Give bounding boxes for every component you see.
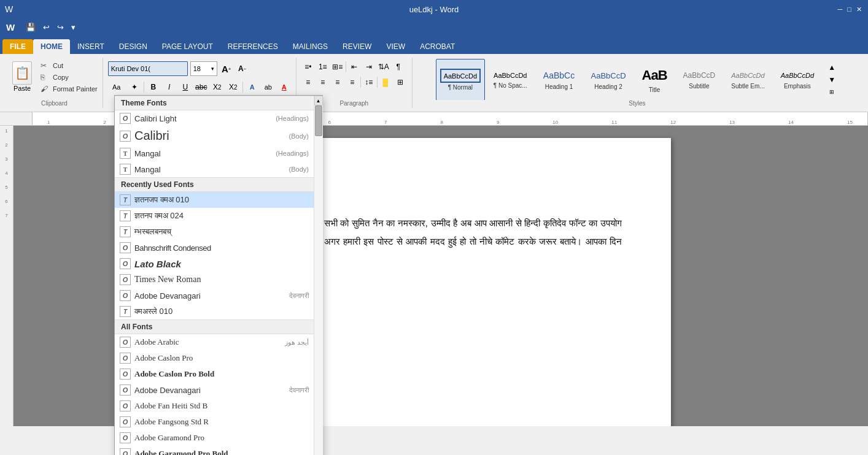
multilevel-button[interactable]: ⊞≡ bbox=[331, 60, 344, 74]
clear-format-button[interactable]: ✦ bbox=[128, 80, 141, 94]
font-adobe-devanagari-all[interactable]: O Adobe Devanagari देवनागरी bbox=[115, 382, 314, 398]
tab-view[interactable]: VIEW bbox=[379, 39, 413, 54]
style-heading1[interactable]: AaBbCc Heading 1 bbox=[535, 59, 582, 101]
italic-button[interactable]: I bbox=[163, 80, 176, 94]
window-controls[interactable]: ─ □ ✕ bbox=[838, 6, 862, 13]
font-type-icon: O bbox=[120, 113, 131, 124]
font-calibri-light[interactable]: O Calibri Light (Headings) bbox=[115, 110, 314, 126]
recently-used-header: Recently Used Fonts bbox=[115, 177, 314, 192]
align-left-button[interactable]: ≡ bbox=[301, 75, 315, 89]
text-effect-button[interactable]: A bbox=[246, 80, 259, 94]
maximize-button[interactable]: □ bbox=[847, 6, 851, 13]
font-type-icon: T bbox=[120, 148, 131, 159]
font-calibri[interactable]: O Calibri (Body) bbox=[115, 126, 314, 145]
redo-quickbtn[interactable]: ↪ bbox=[55, 21, 66, 33]
scroll-up-button[interactable]: ▲ bbox=[314, 96, 323, 105]
title-bar-left: W bbox=[5, 4, 13, 14]
scroll-track[interactable] bbox=[314, 105, 323, 426]
font-kruti-010-2[interactable]: T क्मअस्ले 010 bbox=[115, 304, 314, 319]
tab-page-layout[interactable]: PAGE LAYOUT bbox=[155, 39, 220, 54]
change-case-button[interactable]: Aa bbox=[108, 80, 125, 94]
sort-button[interactable]: ⇅A bbox=[377, 60, 390, 74]
styles-scroll-down[interactable]: ▼ bbox=[825, 74, 839, 85]
font-kruti-010[interactable]: T ज्ञतनजप क्मअ 010 bbox=[115, 192, 314, 208]
font-tag: أيجد هوز bbox=[280, 338, 309, 346]
bold-button[interactable]: B bbox=[147, 80, 160, 94]
font-adobe-fangsong[interactable]: O Adobe Fangsong Std R bbox=[115, 414, 314, 426]
font-adobe-caslon-bold[interactable]: O Adobe Caslon Pro Bold bbox=[115, 366, 314, 382]
font-shrink-button[interactable]: A − bbox=[236, 62, 249, 75]
save-quickbtn[interactable]: 💾 bbox=[23, 21, 38, 33]
styles-more[interactable]: ⊞ bbox=[825, 86, 839, 98]
superscript-button[interactable]: X2 bbox=[227, 80, 240, 94]
para-row2: ≡ ≡ ≡ ≡ ↕≡ ▓ ⊞ bbox=[301, 75, 407, 89]
underline-button[interactable]: U bbox=[179, 80, 192, 94]
style-emphasis[interactable]: AaBbCcDd Emphasis bbox=[773, 59, 821, 101]
styles-scroll-up[interactable]: ▲ bbox=[825, 62, 839, 73]
style-normal[interactable]: AaBbCcDd ¶ Normal bbox=[436, 59, 485, 101]
font-hindi-3[interactable]: T म्भस्बलबनबच् bbox=[115, 224, 314, 240]
font-type-icon: O bbox=[120, 369, 131, 380]
dropdown-scrollbar[interactable]: ▲ bbox=[314, 96, 322, 426]
show-marks-button[interactable]: ¶ bbox=[392, 60, 405, 74]
tab-insert[interactable]: INSERT bbox=[70, 39, 112, 54]
style-heading2[interactable]: AaBbCcD Heading 2 bbox=[583, 59, 633, 101]
cut-button[interactable]: ✂ Cut bbox=[38, 60, 100, 71]
font-adobe-caslon[interactable]: O Adobe Caslon Pro bbox=[115, 350, 314, 366]
font-adobe-fan-heiti[interactable]: O Adobe Fan Heiti Std B bbox=[115, 398, 314, 414]
border-button[interactable]: ⊞ bbox=[393, 75, 407, 89]
font-kruti-024[interactable]: T ज्ञतनप क्मअ 024 bbox=[115, 208, 314, 224]
no-space-label: ¶ No Spac... bbox=[494, 82, 527, 89]
tab-references[interactable]: REFERENCES bbox=[220, 39, 285, 54]
highlight-button[interactable]: ab bbox=[262, 80, 275, 94]
paste-button[interactable]: 📋 Paste bbox=[9, 60, 36, 98]
numbering-button[interactable]: 1≡ bbox=[316, 60, 330, 74]
font-dropdown-inner: Theme Fonts O Calibri Light (Headings) O… bbox=[115, 96, 314, 426]
change-case-icon: Aa bbox=[112, 83, 120, 91]
scroll-thumb[interactable] bbox=[315, 105, 322, 136]
copy-button[interactable]: ⎘ Copy bbox=[38, 72, 100, 83]
font-grow-button[interactable]: A + bbox=[220, 62, 233, 75]
subscript-button[interactable]: X2 bbox=[211, 80, 224, 94]
justify-button[interactable]: ≡ bbox=[346, 75, 359, 89]
close-button[interactable]: ✕ bbox=[856, 6, 862, 13]
align-right-button[interactable]: ≡ bbox=[331, 75, 344, 89]
font-dropdown[interactable]: Theme Fonts O Calibri Light (Headings) O… bbox=[114, 95, 323, 426]
tab-home[interactable]: HOME bbox=[33, 39, 70, 54]
font-adobe-arabic[interactable]: O Adobe Arabic أيجد هوز bbox=[115, 334, 314, 350]
minimize-button[interactable]: ─ bbox=[838, 6, 843, 13]
style-no-spacing[interactable]: AaBbCcDd ¶ No Spac... bbox=[486, 59, 534, 101]
undo-quickbtn[interactable]: ↩ bbox=[41, 21, 52, 33]
style-title[interactable]: AaB Title bbox=[635, 59, 675, 101]
quick-access-toolbar: W 💾 ↩ ↪ ▾ bbox=[0, 18, 868, 36]
font-name-select[interactable]: Kruti Dev 01( bbox=[108, 61, 188, 76]
font-name-text: Mangal bbox=[134, 149, 271, 158]
increase-indent-button[interactable]: ⇥ bbox=[362, 60, 376, 74]
word-icon: W bbox=[5, 4, 13, 14]
font-color-button[interactable]: A bbox=[277, 80, 291, 94]
tab-acrobat[interactable]: ACROBAT bbox=[413, 39, 462, 54]
strikethrough-button[interactable]: abc bbox=[195, 80, 208, 94]
font-mangal-body[interactable]: T Mangal (Body) bbox=[115, 161, 314, 177]
tab-file[interactable]: FILE bbox=[2, 39, 33, 54]
font-bahnschrift[interactable]: O Bahnschrift Condensed bbox=[115, 240, 314, 256]
decrease-indent-button[interactable]: ⇤ bbox=[347, 60, 361, 74]
bullets-button[interactable]: ≡• bbox=[301, 60, 315, 74]
vertical-ruler: 1 2 3 4 5 6 7 bbox=[0, 126, 14, 426]
customize-quickbtn[interactable]: ▾ bbox=[69, 21, 78, 33]
font-size-select[interactable]: 18 ▾ bbox=[190, 61, 217, 76]
tab-design[interactable]: DESIGN bbox=[112, 39, 155, 54]
format-painter-button[interactable]: 🖌 Format Painter bbox=[38, 83, 100, 94]
font-name-text: Lato Black bbox=[134, 259, 309, 269]
font-mangal-headings[interactable]: T Mangal (Headings) bbox=[115, 145, 314, 161]
font-adobe-devanagari-recent[interactable]: O Adobe Devanagari देवनागरी bbox=[115, 288, 314, 304]
font-lato-black[interactable]: O Lato Black bbox=[115, 256, 314, 272]
font-times-new-roman[interactable]: O Times New Roman bbox=[115, 272, 314, 288]
style-subtitle[interactable]: AaBbCcD Subtitle bbox=[676, 59, 723, 101]
line-spacing-button[interactable]: ↕≡ bbox=[362, 75, 376, 89]
tab-review[interactable]: REVIEW bbox=[335, 39, 379, 54]
style-subtle-em[interactable]: AaBbCcDd Subtle Em... bbox=[724, 59, 772, 101]
shading-button[interactable]: ▓ bbox=[379, 75, 392, 89]
align-center-button[interactable]: ≡ bbox=[316, 75, 330, 89]
tab-mailings[interactable]: MAILINGS bbox=[285, 39, 335, 54]
